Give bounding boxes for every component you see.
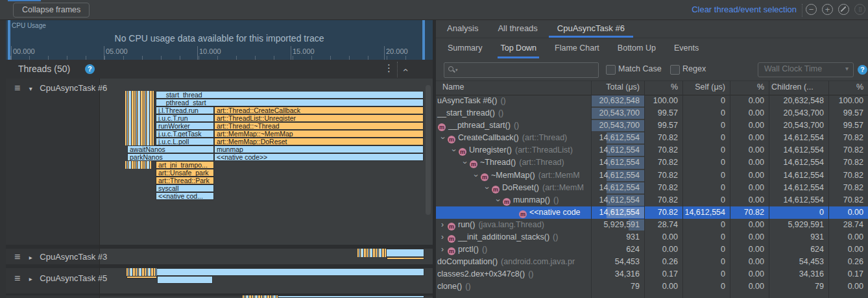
flame-bar[interactable] bbox=[157, 276, 213, 284]
flame-bar[interactable] bbox=[387, 257, 424, 260]
table-row[interactable]: mclone()() 79 0.00 0 0.00 79 0.00 bbox=[436, 280, 868, 293]
zoom-to-selection-icon[interactable]: [ ] bbox=[854, 4, 865, 15]
tree-chevron-icon[interactable]: › bbox=[437, 219, 448, 231]
regex-checkbox[interactable] bbox=[670, 65, 680, 75]
table-row[interactable]: muAsyncTask #6()() 20,632,548 100.00 0 0… bbox=[436, 95, 868, 107]
col-children-pct[interactable]: % bbox=[828, 81, 863, 94]
match-case-checkbox[interactable] bbox=[606, 65, 616, 75]
total-value: 79 bbox=[631, 282, 644, 291]
tree-chevron-icon[interactable]: › bbox=[459, 158, 471, 168]
table-row[interactable]: ›mCreateCallback()(art::Thread) 14,612,5… bbox=[436, 132, 868, 144]
flame-bar[interactable]: munmap bbox=[214, 145, 424, 153]
search-input[interactable] bbox=[463, 64, 595, 77]
tab-summary[interactable]: Summary bbox=[439, 38, 491, 59]
column-separator[interactable] bbox=[769, 81, 769, 298]
flame-bar[interactable]: j.u.c.T.getTask bbox=[156, 130, 214, 138]
cpu-usage-section[interactable]: CPU Usage No CPU usage data available fo… bbox=[6, 20, 433, 60]
table-row[interactable]: m__start_thread()() 20,543,700 99.57 0 0… bbox=[436, 107, 868, 119]
clock-mode-select[interactable]: Wall Clock Time ▾ bbox=[758, 62, 854, 77]
tree-chevron-icon[interactable]: › bbox=[481, 182, 493, 193]
collapse-frames-button[interactable]: Collapse frames bbox=[13, 3, 90, 18]
flame-bar[interactable]: art_jni_trampo... bbox=[156, 161, 214, 169]
self-pct-value: 0.00 bbox=[730, 107, 769, 119]
clear-selection-link[interactable]: Clear thread/event selection bbox=[692, 5, 797, 14]
flame-bar[interactable] bbox=[127, 276, 157, 279]
flame-bar[interactable]: art::Thread::~Thread bbox=[214, 122, 424, 130]
col-total-pct[interactable]: % bbox=[644, 81, 678, 94]
tab-all-threads[interactable]: All threads bbox=[488, 20, 547, 38]
table-row[interactable]: mclasses2.dex+0x347c8()() 34,316 0.17 0 … bbox=[436, 268, 868, 280]
total-pct-value: 0.00 bbox=[644, 243, 682, 256]
column-separator[interactable] bbox=[644, 81, 645, 298]
flame-bar[interactable]: <<native code>> bbox=[214, 153, 424, 161]
cpu-usage-label: CPU Usage bbox=[12, 22, 46, 29]
flame-bar[interactable]: runWorker bbox=[156, 122, 214, 130]
table-row[interactable]: ›mDoReset()(art::MemM 14,612,554 70.82 0… bbox=[436, 182, 868, 194]
tree-chevron-icon[interactable]: › bbox=[470, 170, 482, 180]
tab-flame-chart[interactable]: Flame Chart bbox=[546, 38, 609, 59]
flame-bar[interactable]: art::MemMap::DoReset bbox=[214, 138, 424, 145]
tree-chevron-icon[interactable]: › bbox=[437, 133, 449, 143]
flame-bar[interactable]: j.u.c.T.run bbox=[156, 114, 214, 122]
flame-bar[interactable]: art::Unsafe_park bbox=[156, 169, 214, 177]
flame-bar[interactable]: syscall bbox=[156, 184, 214, 192]
row-annotation: () bbox=[553, 232, 558, 242]
table-row[interactable]: ›m~MemMap()(art::MemM 14,612,554 70.82 0… bbox=[436, 169, 868, 182]
row-annotation: (art::Thread) bbox=[522, 133, 567, 142]
search-options-caret-icon[interactable]: ▾ bbox=[455, 68, 458, 73]
col-self-pct[interactable]: % bbox=[730, 81, 764, 94]
flame-bar[interactable]: art::Thread::CreateCallback bbox=[214, 106, 424, 114]
threads-help-icon[interactable]: ? bbox=[85, 64, 95, 74]
kebab-menu-icon[interactable]: ⋮ bbox=[384, 62, 394, 74]
total-value: 624 bbox=[626, 245, 644, 254]
tab-bottom-up[interactable]: Bottom Up bbox=[609, 38, 665, 59]
col-self[interactable]: Self (μs) bbox=[682, 81, 725, 94]
flame-bar[interactable]: art::MemMap::~MemMap bbox=[214, 130, 424, 138]
flame-bar[interactable]: art::ThreadList::Unregister bbox=[214, 114, 424, 122]
filter-help-icon[interactable]: ? bbox=[858, 65, 867, 75]
table-row[interactable]: ›mrun()(java.lang.Thread) 5,929,591 28.7… bbox=[436, 219, 868, 231]
flame-bar[interactable]: <<native cod... bbox=[156, 192, 214, 200]
table-row[interactable]: ›mmunmap()() 14,612,554 70.82 0 0.00 14,… bbox=[436, 194, 868, 206]
row-annotation: (art::ThreadList) bbox=[515, 145, 573, 155]
tab-events[interactable]: Events bbox=[665, 38, 708, 59]
column-separator[interactable] bbox=[730, 81, 730, 298]
col-total[interactable]: Total (μs) bbox=[591, 81, 640, 94]
column-separator[interactable] bbox=[682, 81, 683, 298]
flame-bar[interactable]: awaitNanos bbox=[127, 145, 214, 153]
col-name[interactable]: Name bbox=[442, 81, 588, 94]
table-row[interactable]: ›mUnregister()(art::ThreadList) 14,612,5… bbox=[436, 144, 868, 156]
total-value: 14,612,554 bbox=[599, 208, 644, 217]
tree-chevron-icon[interactable]: › bbox=[437, 243, 448, 256]
table-row[interactable]: ›m__init_additional_stacks()() 931 0.00 … bbox=[436, 231, 868, 243]
flame-bar[interactable]: art::Thread::Park bbox=[156, 177, 214, 184]
column-separator[interactable] bbox=[828, 81, 829, 298]
table-row[interactable]: ›mprctl()() 624 0.00 0 0.00 624 0.00 bbox=[436, 243, 868, 256]
search-field[interactable]: ▾ bbox=[444, 62, 599, 78]
zoom-out-icon[interactable]: − bbox=[806, 4, 817, 15]
tree-chevron-icon[interactable]: › bbox=[492, 195, 504, 205]
tree-chevron-icon[interactable]: › bbox=[437, 231, 448, 243]
flame-bar[interactable] bbox=[127, 268, 424, 276]
flame-bar[interactable]: j.u.c.L.poll bbox=[156, 138, 214, 145]
tab-cpuasynctask6[interactable]: CpuAsyncTask #6 bbox=[548, 20, 634, 38]
table-row[interactable]: m<<native code 14,612,554 70.82 14,612,5… bbox=[436, 206, 868, 219]
table-row[interactable]: m__pthread_start()() 20,543,700 99.57 0 … bbox=[436, 119, 868, 132]
flame-bar[interactable]: __start_thread bbox=[156, 91, 424, 99]
tab-top-down[interactable]: Top Down bbox=[491, 38, 546, 59]
tab-analysis[interactable]: Analysis bbox=[437, 20, 488, 38]
activity-barcode bbox=[357, 249, 387, 257]
col-children[interactable]: Children (... bbox=[771, 81, 827, 94]
flame-bar[interactable]: __pthread_start bbox=[156, 99, 424, 106]
table-row[interactable]: ›m~Thread()(art::Thread) 14,612,554 70.8… bbox=[436, 156, 868, 169]
collapse-section-icon[interactable]: › bbox=[400, 69, 410, 72]
tree-chevron-icon[interactable]: › bbox=[448, 145, 460, 156]
reset-zoom-icon[interactable] bbox=[838, 4, 849, 15]
flame-bar[interactable]: j.l.Thread.run bbox=[156, 106, 214, 114]
children-value: 79 bbox=[769, 280, 828, 293]
table-row[interactable]: mdoComputation()(android.com.java.pr 54,… bbox=[436, 256, 868, 268]
column-separator[interactable] bbox=[591, 81, 592, 298]
flame-bar[interactable] bbox=[278, 295, 424, 298]
zoom-in-icon[interactable]: + bbox=[822, 4, 833, 15]
flame-bar[interactable]: parkNanos bbox=[127, 153, 214, 161]
